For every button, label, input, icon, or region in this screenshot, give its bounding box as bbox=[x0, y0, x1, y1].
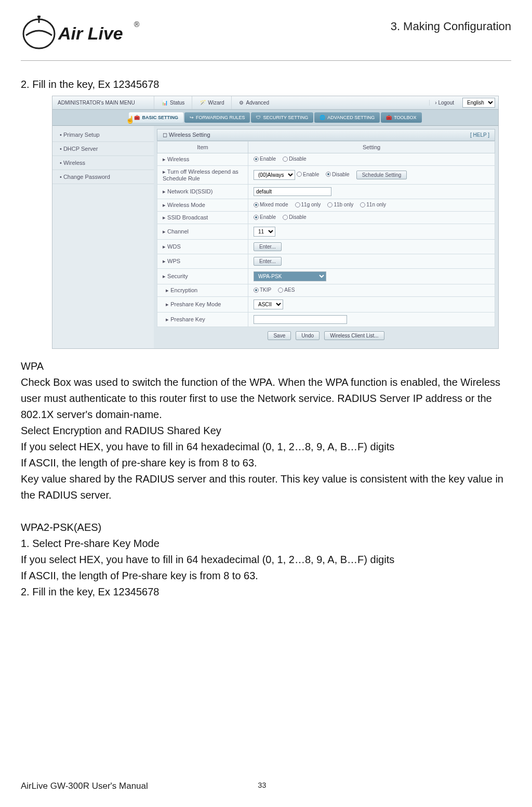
cursor-hand-icon: ☝ bbox=[126, 115, 135, 124]
svg-text:®: ® bbox=[134, 20, 140, 29]
sidebar-primary-label: Primary Setup bbox=[63, 132, 100, 138]
admin-menu-label: ADMINISTRATOR's MAIN MENU bbox=[52, 100, 154, 106]
preshare-key-input[interactable] bbox=[254, 315, 347, 324]
th-item: Item bbox=[157, 141, 248, 153]
ssid-input[interactable] bbox=[254, 187, 331, 196]
tab-forwarding-rules[interactable]: ↪ FORWARDING RULES bbox=[184, 112, 250, 123]
row-bcast-label: ▸ SSID Broadcast bbox=[157, 212, 248, 224]
mode-11b-radio[interactable]: 11b only bbox=[327, 202, 353, 207]
tab-security-label: SECURITY SETTING bbox=[263, 115, 308, 120]
bcast-enable-radio[interactable]: Enable bbox=[254, 214, 276, 220]
wpa-text-5: Key value shared by the RADIUS server an… bbox=[21, 471, 511, 503]
mode-11g-radio[interactable]: 11g only bbox=[295, 202, 321, 207]
topbar-wizard-label: Wizard bbox=[208, 100, 224, 106]
step1-text-2: If you select HEX, you have to fill in 6… bbox=[21, 552, 511, 568]
help-link[interactable]: [ HELP ] bbox=[470, 132, 489, 138]
sidebar-dhcp-label: DHCP Server bbox=[63, 146, 98, 152]
enc-tkip-radio[interactable]: TKIP bbox=[254, 287, 271, 293]
sidebar-item-dhcp-server[interactable]: • DHCP Server bbox=[52, 142, 154, 156]
th-setting: Setting bbox=[248, 141, 495, 153]
row-wps-label: ▸ WPS bbox=[157, 254, 248, 269]
channel-select[interactable]: 11 bbox=[254, 227, 275, 237]
wpa2psk-heading: WPA2-PSK(AES) bbox=[21, 519, 511, 536]
wds-enter-button[interactable]: Enter... bbox=[254, 242, 282, 251]
topbar-status-label: Status bbox=[170, 100, 184, 106]
row-ssid-label: ▸ Network ID(SSID) bbox=[157, 185, 248, 199]
wpa-heading: WPA bbox=[21, 358, 511, 374]
row-security-label: ▸ Security bbox=[157, 269, 248, 284]
tab-advanced-setting[interactable]: 🌐 ADVANCED SETTING bbox=[314, 112, 380, 123]
schedule-rule-select[interactable]: (00)Always bbox=[254, 170, 295, 180]
row-pkmode-label: ▸ Preshare Key Mode bbox=[157, 297, 248, 313]
svg-text:Air Live: Air Live bbox=[58, 23, 123, 43]
tab-advanced-label: ADVANCED SETTING bbox=[327, 115, 375, 120]
topbar-advanced-label: Advanced bbox=[246, 100, 269, 106]
bcast-disable-radio[interactable]: Disable bbox=[283, 214, 306, 220]
sched-enable-radio[interactable]: Enable bbox=[297, 172, 319, 177]
wpa-text-4: If ASCII, the length of pre-share key is… bbox=[21, 455, 511, 471]
step1-text-3: If ASCII, the length of Pre-share key is… bbox=[21, 568, 511, 584]
header-divider bbox=[21, 60, 511, 61]
sidebar-changepw-label: Change Password bbox=[63, 174, 110, 180]
wpa-text-1: Check Box was used to switch the functio… bbox=[21, 374, 511, 423]
topbar-status[interactable]: 📊 Status bbox=[154, 96, 192, 109]
intro-line: 2. Fill in the key, Ex 12345678 bbox=[21, 76, 511, 93]
wireless-enable-radio[interactable]: Enable bbox=[254, 156, 276, 162]
wireless-client-list-button[interactable]: Wireless Client List... bbox=[324, 331, 384, 340]
chapter-label: 3. Making Configuration bbox=[391, 20, 511, 33]
sidebar-wireless-label: Wireless bbox=[63, 160, 85, 166]
schedule-setting-button[interactable]: Schedule Setting bbox=[356, 171, 407, 179]
save-button[interactable]: Save bbox=[268, 331, 291, 340]
language-select[interactable]: English bbox=[462, 98, 495, 108]
security-select[interactable]: WPA-PSK bbox=[254, 271, 326, 281]
topbar-wizard[interactable]: 🪄 Wizard bbox=[192, 96, 231, 109]
row-wireless-label: ▸ Wireless bbox=[157, 153, 248, 166]
sidebar-item-wireless[interactable]: • Wireless bbox=[52, 156, 154, 170]
page-number: 33 bbox=[148, 781, 376, 791]
wpa-text-3: If you select HEX, you have to fill in 6… bbox=[21, 439, 511, 455]
mode-11n-radio[interactable]: 11n only bbox=[360, 202, 386, 207]
tab-toolbox-label: TOOLBOX bbox=[394, 115, 416, 120]
sidebar-item-primary-setup[interactable]: • Primary Setup bbox=[52, 128, 154, 142]
mode-mixed-radio[interactable]: Mixed mode bbox=[254, 202, 288, 207]
tab-basic-setting[interactable]: ☝ 🧰 BASIC SETTING bbox=[129, 112, 183, 123]
wireless-disable-radio[interactable]: Disable bbox=[283, 156, 306, 162]
tab-security-setting[interactable]: 🛡 SECURITY SETTING bbox=[251, 112, 313, 123]
row-wds-label: ▸ WDS bbox=[157, 240, 248, 254]
step2-heading: 2. Fill in the key, Ex 12345678 bbox=[21, 584, 511, 600]
panel-title: ◻ Wireless Setting bbox=[163, 132, 210, 138]
wps-enter-button[interactable]: Enter... bbox=[254, 257, 282, 266]
wpa-text-2: Select Encryption and RADIUS Shared Key bbox=[21, 423, 511, 439]
brand-logo: Air Live ® bbox=[21, 16, 140, 52]
row-pkey-label: ▸ Preshare Key bbox=[157, 313, 248, 327]
row-wmode-label: ▸ Wireless Mode bbox=[157, 199, 248, 212]
sidebar-item-change-password[interactable]: • Change Password bbox=[52, 170, 154, 184]
preshare-mode-select[interactable]: ASCII bbox=[254, 300, 283, 309]
logout-link[interactable]: › Logout bbox=[429, 100, 459, 106]
tab-forwarding-label: FORWARDING RULES bbox=[196, 115, 245, 120]
undo-button[interactable]: Undo bbox=[296, 331, 320, 340]
svg-point-2 bbox=[37, 16, 41, 18]
sched-disable-radio[interactable]: Disable bbox=[326, 172, 349, 177]
row-turnoff-label: ▸ Turn off Wireless depend as Schedule R… bbox=[157, 166, 248, 185]
manual-title: AirLive GW-300R User's Manual bbox=[21, 781, 148, 791]
airlive-logo-icon: Air Live ® bbox=[21, 16, 140, 52]
row-channel-label: ▸ Channel bbox=[157, 224, 248, 240]
step1-heading: 1. Select Pre-share Key Mode bbox=[21, 536, 511, 552]
router-ui-screenshot: ADMINISTRATOR's MAIN MENU 📊 Status 🪄 Wiz… bbox=[52, 96, 511, 349]
topbar-advanced[interactable]: ⚙ Advanced bbox=[231, 96, 276, 109]
tab-toolbox[interactable]: 🧰 TOOLBOX bbox=[381, 112, 421, 123]
row-encryption-label: ▸ Encryption bbox=[157, 284, 248, 297]
tab-basic-label: BASIC SETTING bbox=[142, 115, 178, 120]
enc-aes-radio[interactable]: AES bbox=[278, 287, 295, 293]
